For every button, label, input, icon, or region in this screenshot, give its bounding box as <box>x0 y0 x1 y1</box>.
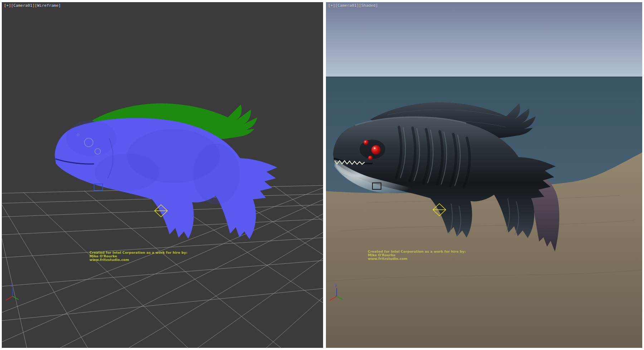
viewport-wireframe[interactable]: Created for Intel Corporation as a work … <box>2 2 323 348</box>
watermark-line-3: www.fritzstudio.com <box>89 258 129 262</box>
viewport-label-wireframe[interactable]: [+][Camera01][Wireframe] <box>4 3 61 8</box>
dual-viewport-area: Created for Intel Corporation as a work … <box>0 0 644 350</box>
eye-small-upper <box>364 140 369 145</box>
z-axis-label: z <box>335 284 337 288</box>
wireframe-canvas[interactable]: Created for Intel Corporation as a work … <box>2 2 323 348</box>
shaded-canvas[interactable]: Created for Intel Corporation as a work … <box>326 2 642 348</box>
horizon-line <box>326 77 642 77</box>
sky <box>326 2 642 77</box>
viewport-label-shaded[interactable]: [+][Camera01][Shaded] <box>328 3 378 8</box>
eye-small-lower <box>368 156 372 160</box>
z-axis-label: z <box>11 284 13 288</box>
viewport-shaded[interactable]: Created for Intel Corporation as a work … <box>326 2 642 348</box>
watermark-line-3: www.fritzstudio.com <box>368 257 408 261</box>
eye-large <box>371 145 381 155</box>
